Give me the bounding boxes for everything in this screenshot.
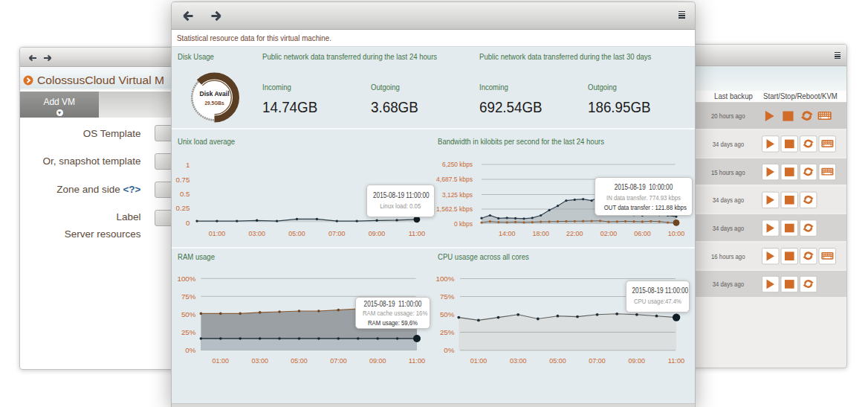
svg-text:09:00: 09:00 <box>369 356 386 365</box>
svg-text:0.75: 0.75 <box>175 176 190 184</box>
svg-text:05:00: 05:00 <box>288 229 305 237</box>
svg-text:3,125 kbps: 3,125 kbps <box>442 190 473 199</box>
svg-text:06:00: 06:00 <box>634 229 651 237</box>
svg-text:75%: 75% <box>440 292 455 301</box>
svg-text:03:00: 03:00 <box>510 356 527 365</box>
svg-text:01:00: 01:00 <box>470 356 488 365</box>
svg-text:03:00: 03:00 <box>248 229 265 237</box>
svg-text:11:00: 11:00 <box>409 356 426 365</box>
svg-text:0 kbps: 0 kbps <box>454 219 473 228</box>
svg-text:29.5GBs: 29.5GBs <box>205 100 224 106</box>
svg-text:22:00: 22:00 <box>566 229 583 237</box>
svg-text:1,562.5 kbps: 1,562.5 kbps <box>436 205 473 213</box>
svg-text:05:00: 05:00 <box>291 356 308 365</box>
svg-text:25%: 25% <box>440 328 455 336</box>
svg-text:18:00: 18:00 <box>532 229 549 237</box>
svg-text:02:00: 02:00 <box>600 229 618 237</box>
svg-text:09:00: 09:00 <box>629 356 646 365</box>
svg-text:11:00: 11:00 <box>668 356 685 365</box>
svg-text:1: 1 <box>186 161 190 169</box>
svg-text:0: 0 <box>186 219 190 227</box>
svg-text:07:00: 07:00 <box>328 229 346 237</box>
svg-text:11:00: 11:00 <box>409 229 426 237</box>
svg-text:07:00: 07:00 <box>589 356 606 365</box>
svg-text:Disk Avail: Disk Avail <box>200 89 230 97</box>
svg-text:0.25: 0.25 <box>175 204 190 212</box>
svg-text:100%: 100% <box>177 275 195 283</box>
svg-text:25%: 25% <box>181 328 196 336</box>
svg-text:100%: 100% <box>435 275 454 283</box>
svg-text:6,250 kbps: 6,250 kbps <box>442 160 473 168</box>
svg-text:0%: 0% <box>185 346 195 354</box>
svg-text:01:00: 01:00 <box>209 229 226 237</box>
svg-text:0%: 0% <box>444 346 454 354</box>
svg-text:75%: 75% <box>181 292 196 301</box>
svg-text:10:00: 10:00 <box>668 229 685 237</box>
svg-text:50%: 50% <box>181 310 196 318</box>
svg-text:4,687.5 kbps: 4,687.5 kbps <box>436 175 473 183</box>
svg-text:09:00: 09:00 <box>369 229 386 237</box>
svg-text:50%: 50% <box>440 310 455 318</box>
svg-text:01:00: 01:00 <box>213 356 230 365</box>
svg-text:05:00: 05:00 <box>549 356 566 365</box>
svg-text:07:00: 07:00 <box>330 356 347 365</box>
svg-text:03:00: 03:00 <box>251 356 268 365</box>
svg-text:14:00: 14:00 <box>499 229 516 237</box>
svg-text:0.5: 0.5 <box>180 190 190 198</box>
